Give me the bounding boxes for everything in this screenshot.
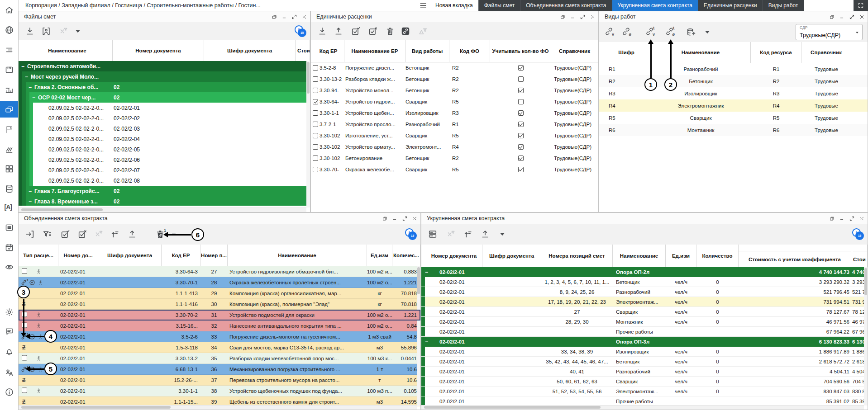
table-row[interactable]: 02-02/2-0117, 18, 19, 20, 21, 22, 23Элек… [421, 297, 868, 307]
table-row[interactable]: R4ЭлектромонтажникR4Трудовые [599, 99, 868, 112]
db-export-icon[interactable] [686, 27, 696, 37]
restore-icon[interactable] [560, 14, 566, 20]
table-row[interactable]: 02-02/2-013.30-13-235Разборка кладки жел… [19, 353, 420, 364]
links-badge-icon[interactable]: 815 [405, 228, 417, 240]
upload-icon[interactable] [480, 229, 490, 239]
group-row[interactable]: −02-02/2-01Опора ОП-2л4 740 144.734 740 … [421, 267, 868, 277]
table-row[interactable]: Ƶ02-02/2-011.1-1-41630Композиция (краска… [19, 299, 420, 310]
restore-icon[interactable] [829, 216, 835, 221]
link-block-icon[interactable]: ø [622, 27, 632, 37]
collapse-icon[interactable]: − [425, 267, 428, 277]
sidebar-item-globe[interactable] [0, 22, 18, 38]
close-icon[interactable] [859, 216, 865, 221]
sidebar-item-info[interactable] [0, 384, 18, 400]
tab-6[interactable]: Виды работ [763, 0, 804, 11]
sidebar-item-brightness[interactable] [0, 304, 18, 320]
upload-icon[interactable] [127, 229, 137, 239]
vertical-scrollbar[interactable] [306, 61, 310, 207]
table-row[interactable]: 02-02/2-0135, 42, 43, 44, 45, 46, 47...Б… [421, 357, 868, 367]
sidebar-item-eye[interactable] [0, 259, 18, 275]
column-header[interactable]: Код ЕР [313, 40, 344, 62]
table-row[interactable]: 02-02/2-01Прочие работы67 964.2267 964.2… [421, 327, 868, 337]
collapse-icon[interactable]: − [21, 63, 24, 70]
column-header[interactable]: Ед.изм [666, 245, 696, 267]
sidebar-item-windows[interactable] [0, 101, 18, 118]
column-header[interactable]: Наименование [651, 42, 751, 63]
maximize-icon[interactable] [849, 216, 855, 221]
column-header[interactable]: Количество [696, 245, 739, 267]
table-row[interactable]: 02-02/2-01Прочие работы85 391.0285 391.0… [421, 396, 868, 406]
row-checkbox[interactable] [313, 156, 318, 161]
sidebar-item-list[interactable] [0, 219, 18, 236]
row-checkbox[interactable] [313, 122, 318, 127]
close-icon[interactable] [859, 14, 865, 20]
maximize-icon[interactable] [291, 14, 297, 20]
column-header[interactable]: Код ресурса [751, 42, 801, 63]
account-checkbox[interactable] [518, 167, 524, 172]
maximize-icon[interactable] [402, 216, 408, 221]
tree-row[interactable]: −Глава 7. Благоустройс...02 [19, 186, 310, 196]
sidebar-item-database[interactable] [0, 180, 18, 197]
table-row[interactable]: 102-02/2-013.30-70-128Окраска железобето… [19, 277, 420, 288]
tree-row[interactable]: 02.09.02.5 02-02-2-0...02-02/2-08 [19, 175, 310, 186]
tree-row[interactable]: 02.09.02.5 02-02-2-0...02-02/2-06 [19, 155, 310, 165]
minimize-icon[interactable] [839, 216, 845, 221]
column-header[interactable]: Шифр [602, 42, 651, 63]
sidebar-item-home[interactable] [0, 2, 18, 18]
move-top-icon[interactable] [463, 229, 473, 239]
vertical-scrollbar[interactable] [417, 266, 420, 406]
tree-row[interactable]: 02.09.02.5 02-02-2-0...02-02/2-05 [19, 144, 310, 155]
tree-row[interactable]: 02.09.02.5 02-02-2-0...02-02/2-02 [19, 113, 310, 123]
check-approve-icon[interactable] [351, 26, 361, 36]
table-row[interactable]: 3.30-64-Устройство гидрои...СварщикR5Тру… [311, 96, 598, 107]
table-row[interactable]: Ƶ02-02/2-0115.2-26-...37Перевозка строит… [19, 375, 420, 386]
table-row[interactable]: R3ИзолировщикR3Трудовые [599, 87, 868, 99]
links-badge-icon[interactable]: 815 [852, 228, 864, 240]
sidebar-item-chat[interactable] [0, 323, 18, 339]
table-row[interactable]: 3.5-2-8Погружение дизел...БетонщикR2Труд… [311, 62, 598, 73]
column-header[interactable]: Стоим [296, 40, 310, 61]
tab-2[interactable]: Файлы смет [478, 0, 520, 11]
restore-icon[interactable] [382, 216, 388, 221]
fullscreen-button[interactable] [854, 0, 868, 11]
table-row[interactable]: Ƶ02-02/2-011.5-3-11834Сваи для мостов, м… [19, 342, 420, 353]
sidebar-item-panel-tabs[interactable] [0, 61, 18, 78]
sidebar-item-calendar-check[interactable] [0, 239, 18, 255]
close-icon[interactable] [590, 14, 596, 20]
link-one-block-icon[interactable]: 1ø [665, 27, 675, 37]
menu-icon[interactable] [419, 1, 427, 9]
check-approve-icon[interactable] [60, 229, 70, 239]
account-checkbox[interactable] [518, 99, 524, 104]
link-check-icon[interactable]: v [605, 27, 615, 37]
table-row[interactable]: 3.7-2-1Устройство просло...РазнорабочийR… [311, 118, 598, 130]
column-header[interactable]: Номер документа [426, 245, 482, 267]
column-header[interactable]: Номер до... [58, 245, 98, 266]
table-row[interactable]: 02-02/2-0151, 52, 53, 54, 55, 56Электром… [421, 386, 868, 396]
tab-1[interactable]: Новая вкладка [430, 0, 478, 11]
column-header[interactable]: Шифр документа [204, 40, 296, 61]
tab-4[interactable]: Укрупненная смета контракта [612, 0, 698, 11]
table-row[interactable]: 3.30-94-Устройство монол...БетонщикR2Тру… [311, 85, 598, 96]
horizontal-scrollbar[interactable] [421, 405, 864, 410]
column-header[interactable]: Номер документа [113, 40, 204, 61]
table-row[interactable]: 3.30-102БетонированиеБетонщикR2Трудовые(… [311, 152, 598, 164]
row-checkbox[interactable] [313, 99, 318, 104]
table-row[interactable]: 02-02/2-013.30-1-138Устройство щебеночны… [19, 386, 420, 396]
row-checkbox[interactable] [313, 65, 318, 71]
tree-row[interactable]: 02.09.02.5 02-02-2-0...02-02/2-03 [19, 123, 310, 134]
tree-row[interactable]: −Глава 8. Временные з...02 [19, 196, 310, 206]
column-header[interactable]: Наименование [228, 245, 367, 266]
tree-row[interactable]: 02.09.02.5 02-02-2-0...02-02/2-01 [19, 103, 310, 113]
caret-down-icon[interactable] [497, 229, 507, 239]
collapse-icon[interactable]: − [425, 337, 428, 347]
table-row[interactable]: 3.30-1-1Устройство щебен...ИзолировщикR3… [311, 107, 598, 118]
upload-icon[interactable] [334, 26, 343, 36]
sidebar-item-hatch[interactable] [0, 141, 18, 157]
table-row[interactable]: 102-02/2-013.5-2-633Погружение дизель-мо… [19, 331, 420, 342]
column-header[interactable]: Количес... [392, 245, 420, 266]
rows-icon[interactable] [428, 229, 438, 239]
account-checkbox[interactable] [518, 65, 524, 71]
column-header[interactable]: Код ФО [449, 40, 490, 62]
tree-row[interactable]: −Глава 2. Основные об...02 [19, 82, 310, 92]
account-checkbox[interactable] [518, 76, 524, 82]
